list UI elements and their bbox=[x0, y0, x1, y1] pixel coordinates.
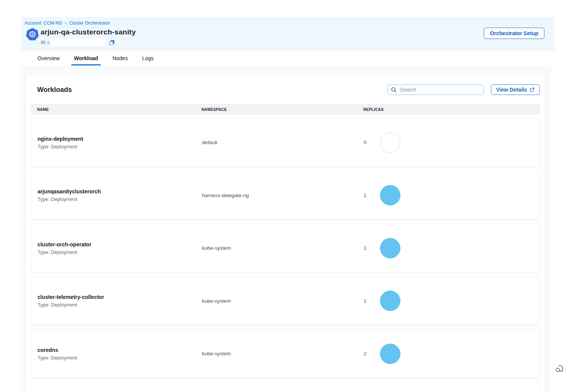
workload-rows: nginx-deployment Type: Deployment defaul… bbox=[31, 118, 540, 392]
chat-help-icon[interactable] bbox=[555, 364, 564, 373]
workload-namespace: kube-system bbox=[202, 351, 364, 356]
column-header-namespace: NAMESPACE bbox=[202, 107, 363, 112]
search-box[interactable] bbox=[387, 84, 484, 95]
workload-replicas-cell: 1 bbox=[364, 185, 539, 205]
workloads-card: Workloads View Details bbox=[25, 75, 546, 392]
workload-namespace: kube-system bbox=[202, 298, 364, 304]
workload-name-cell: cluster-telemetry-collector Type: Deploy… bbox=[38, 294, 202, 308]
tab-workload[interactable]: Workload bbox=[72, 50, 100, 66]
table-row[interactable]: coredns Type: Deployment kube-system 2 bbox=[31, 330, 540, 378]
workload-name-cell: arjunqasanityclusterorch Type: Deploymen… bbox=[38, 188, 202, 202]
workload-name: cluster-telemetry-collector bbox=[38, 294, 202, 300]
orchestrator-setup-button[interactable]: Orchestrator Setup bbox=[484, 28, 544, 39]
copy-icon[interactable] bbox=[109, 40, 115, 45]
view-details-button[interactable]: View Details bbox=[491, 84, 540, 95]
workload-type: Type: Deployment bbox=[38, 144, 202, 149]
search-input[interactable] bbox=[400, 87, 480, 93]
workload-replicas-cell: 2 bbox=[364, 344, 539, 364]
workload-name: coredns bbox=[38, 347, 202, 353]
column-header-replicas: REPLICAS bbox=[363, 107, 540, 112]
replica-count: 1 bbox=[364, 298, 367, 304]
workloads-actions: View Details bbox=[387, 84, 540, 95]
table-row-partial[interactable] bbox=[31, 383, 540, 392]
breadcrumb-chevron-icon: › bbox=[65, 20, 66, 26]
table-row[interactable]: cluster-telemetry-collector Type: Deploy… bbox=[31, 277, 540, 325]
page-title: arjun-qa-clusterorch-sanity bbox=[41, 28, 136, 36]
replica-count: 1 bbox=[364, 245, 367, 251]
column-header-name: NAME bbox=[37, 107, 202, 112]
workloads-title: Workloads bbox=[37, 86, 72, 94]
workload-type: Type: Deployment bbox=[38, 355, 202, 361]
tab-nodes[interactable]: Nodes bbox=[111, 50, 129, 66]
replica-circle bbox=[380, 291, 400, 311]
external-link-icon bbox=[530, 87, 535, 92]
workload-type: Type: Deployment bbox=[38, 302, 202, 308]
workloads-card-header: Workloads View Details bbox=[31, 84, 540, 95]
search-icon bbox=[391, 87, 397, 93]
scrollbar-track[interactable] bbox=[548, 67, 554, 392]
workload-name-cell: cluster-orch-operator Type: Deployment bbox=[38, 241, 202, 255]
page-header: Account: CCM-NG›Cluster Orchestrator arj… bbox=[21, 17, 554, 50]
workload-replicas-cell: 1 bbox=[364, 238, 539, 258]
workload-namespace: harness-delegate-ng bbox=[202, 193, 364, 198]
workload-name: cluster-orch-operator bbox=[38, 241, 202, 247]
cluster-id-redacted bbox=[50, 39, 106, 46]
breadcrumb: Account: CCM-NG›Cluster Orchestrator bbox=[25, 20, 110, 26]
replica-circle bbox=[380, 132, 400, 153]
workload-replicas-cell: 0 bbox=[364, 132, 539, 153]
cluster-id-label: ID: c bbox=[41, 40, 50, 45]
workload-replicas-cell: 1 bbox=[364, 291, 539, 311]
tab-logs[interactable]: Logs bbox=[141, 50, 155, 66]
breadcrumb-account-link[interactable]: Account: CCM-NG bbox=[25, 20, 62, 26]
workload-type: Type: Deployment bbox=[38, 196, 202, 202]
kubernetes-icon bbox=[25, 28, 39, 42]
workload-name: nginx-deployment bbox=[38, 136, 202, 142]
replica-circle bbox=[380, 344, 400, 364]
replica-count: 1 bbox=[364, 193, 367, 198]
tab-overview[interactable]: Overview bbox=[36, 50, 61, 66]
app-window: Account: CCM-NG›Cluster Orchestrator arj… bbox=[21, 17, 554, 392]
workload-namespace: default bbox=[202, 140, 364, 145]
replica-count: 0 bbox=[364, 140, 367, 145]
table-row[interactable]: nginx-deployment Type: Deployment defaul… bbox=[31, 118, 540, 166]
content-area: Workloads View Details bbox=[21, 67, 554, 392]
breadcrumb-section-link[interactable]: Cluster Orchestrator bbox=[69, 20, 110, 26]
tab-bar: Overview Workload Nodes Logs bbox=[21, 50, 554, 67]
table-row[interactable]: arjunqasanityclusterorch Type: Deploymen… bbox=[31, 171, 540, 219]
cluster-id-row: ID: c bbox=[41, 39, 115, 46]
workload-name-cell: coredns Type: Deployment bbox=[38, 347, 202, 361]
table-row[interactable]: cluster-orch-operator Type: Deployment k… bbox=[31, 224, 540, 272]
table-header: NAME NAMESPACE REPLICAS bbox=[31, 104, 540, 115]
view-details-label: View Details bbox=[496, 87, 527, 93]
workload-type: Type: Deployment bbox=[38, 249, 202, 255]
workload-name-cell: nginx-deployment Type: Deployment bbox=[38, 136, 202, 149]
workload-namespace: kube-system bbox=[202, 245, 364, 251]
replica-circle bbox=[380, 238, 400, 258]
replica-circle bbox=[380, 185, 400, 205]
replica-count: 2 bbox=[364, 351, 367, 356]
workload-name: arjunqasanityclusterorch bbox=[38, 188, 202, 194]
